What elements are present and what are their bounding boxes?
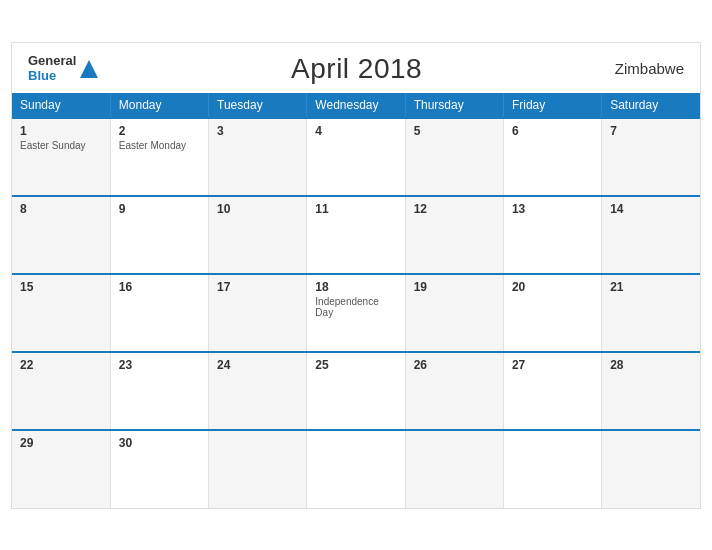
calendar-day-cell: 27 [503, 352, 601, 430]
calendar-day-cell: 26 [405, 352, 503, 430]
calendar-day-cell: 8 [12, 196, 110, 274]
day-number: 25 [315, 358, 396, 372]
day-number: 1 [20, 124, 102, 138]
calendar-day-cell: 19 [405, 274, 503, 352]
logo-text: General Blue [28, 54, 76, 83]
day-number: 7 [610, 124, 692, 138]
calendar-header: General Blue April 2018 Zimbabwe [12, 43, 700, 93]
weekday-header: Thursday [405, 93, 503, 118]
calendar-day-cell: 5 [405, 118, 503, 196]
day-number: 19 [414, 280, 495, 294]
day-number: 30 [119, 436, 200, 450]
calendar-week-row: 1Easter Sunday2Easter Monday34567 [12, 118, 700, 196]
calendar-day-cell: 4 [307, 118, 405, 196]
day-number: 13 [512, 202, 593, 216]
calendar-day-cell: 1Easter Sunday [12, 118, 110, 196]
day-number: 3 [217, 124, 298, 138]
calendar-day-cell [503, 430, 601, 508]
calendar-day-cell: 6 [503, 118, 601, 196]
day-number: 22 [20, 358, 102, 372]
day-event: Easter Sunday [20, 140, 102, 151]
calendar-wrapper: General Blue April 2018 Zimbabwe SundayM… [11, 42, 701, 509]
day-number: 6 [512, 124, 593, 138]
calendar-day-cell [209, 430, 307, 508]
day-number: 18 [315, 280, 396, 294]
calendar-day-cell: 16 [110, 274, 208, 352]
calendar-day-cell: 28 [602, 352, 700, 430]
day-number: 15 [20, 280, 102, 294]
calendar-day-cell: 17 [209, 274, 307, 352]
day-number: 26 [414, 358, 495, 372]
day-number: 21 [610, 280, 692, 294]
calendar-day-cell: 13 [503, 196, 601, 274]
day-number: 20 [512, 280, 593, 294]
day-event: Easter Monday [119, 140, 200, 151]
day-number: 8 [20, 202, 102, 216]
weekday-header: Wednesday [307, 93, 405, 118]
weekday-header: Monday [110, 93, 208, 118]
logo-general-text: General [28, 54, 76, 68]
day-number: 5 [414, 124, 495, 138]
calendar-day-cell: 21 [602, 274, 700, 352]
calendar-day-cell: 22 [12, 352, 110, 430]
calendar-day-cell [307, 430, 405, 508]
svg-marker-0 [80, 60, 98, 78]
calendar-title: April 2018 [291, 53, 422, 85]
calendar-week-row: 15161718Independence Day192021 [12, 274, 700, 352]
day-number: 17 [217, 280, 298, 294]
day-number: 10 [217, 202, 298, 216]
calendar-day-cell: 15 [12, 274, 110, 352]
day-number: 29 [20, 436, 102, 450]
calendar-day-cell: 11 [307, 196, 405, 274]
day-number: 27 [512, 358, 593, 372]
calendar-week-row: 22232425262728 [12, 352, 700, 430]
calendar-day-cell: 30 [110, 430, 208, 508]
calendar-day-cell: 9 [110, 196, 208, 274]
day-number: 12 [414, 202, 495, 216]
calendar-day-cell: 20 [503, 274, 601, 352]
weekday-header: Saturday [602, 93, 700, 118]
calendar-country: Zimbabwe [615, 60, 684, 77]
weekday-header: Sunday [12, 93, 110, 118]
calendar-day-cell: 7 [602, 118, 700, 196]
calendar-day-cell: 12 [405, 196, 503, 274]
calendar-week-row: 2930 [12, 430, 700, 508]
calendar-day-cell: 3 [209, 118, 307, 196]
calendar-day-cell: 10 [209, 196, 307, 274]
calendar-day-cell [602, 430, 700, 508]
day-number: 23 [119, 358, 200, 372]
day-event: Independence Day [315, 296, 396, 318]
calendar-day-cell: 24 [209, 352, 307, 430]
day-number: 16 [119, 280, 200, 294]
calendar-day-cell: 2Easter Monday [110, 118, 208, 196]
calendar-day-cell: 14 [602, 196, 700, 274]
calendar-day-cell: 23 [110, 352, 208, 430]
weekday-header: Tuesday [209, 93, 307, 118]
logo: General Blue [28, 54, 98, 83]
weekday-header: Friday [503, 93, 601, 118]
calendar-grid: SundayMondayTuesdayWednesdayThursdayFrid… [12, 93, 700, 508]
day-number: 2 [119, 124, 200, 138]
weekday-header-row: SundayMondayTuesdayWednesdayThursdayFrid… [12, 93, 700, 118]
day-number: 4 [315, 124, 396, 138]
calendar-week-row: 891011121314 [12, 196, 700, 274]
logo-icon [80, 60, 98, 78]
calendar-day-cell [405, 430, 503, 508]
day-number: 28 [610, 358, 692, 372]
logo-blue-text: Blue [28, 69, 76, 83]
day-number: 14 [610, 202, 692, 216]
day-number: 24 [217, 358, 298, 372]
calendar-day-cell: 25 [307, 352, 405, 430]
calendar-day-cell: 18Independence Day [307, 274, 405, 352]
day-number: 9 [119, 202, 200, 216]
calendar-day-cell: 29 [12, 430, 110, 508]
day-number: 11 [315, 202, 396, 216]
